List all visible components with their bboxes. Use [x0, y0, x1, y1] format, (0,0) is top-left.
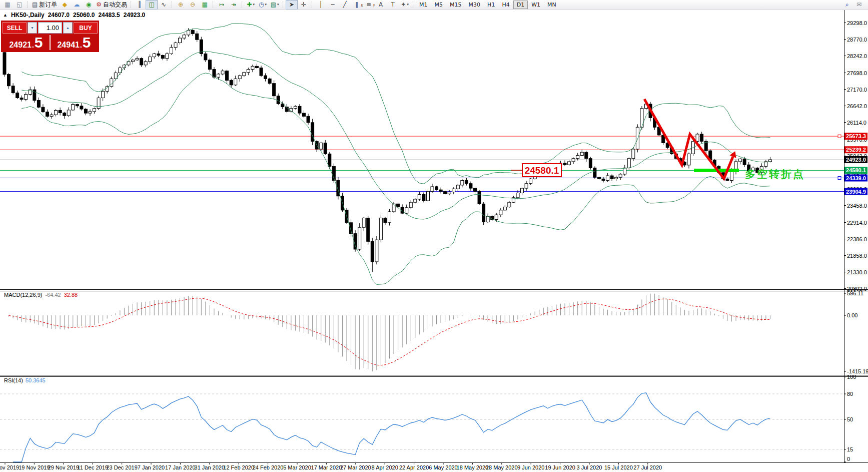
zoom-out-icon[interactable]: ⊖	[187, 0, 199, 10]
buy-button[interactable]: BUY	[74, 22, 98, 34]
svg-text:7 Jan 2020: 7 Jan 2020	[138, 464, 165, 470]
svg-text:21858.0: 21858.0	[847, 253, 867, 259]
dropdown-caret-icon: ▾	[407, 1, 409, 9]
vertical-line-icon[interactable]: │	[315, 0, 327, 10]
svg-text:23904.9: 23904.9	[846, 189, 866, 195]
timeframe-mn[interactable]: MN	[544, 1, 560, 9]
hline-handle[interactable]	[838, 135, 841, 138]
zoom-in-icon[interactable]: ⊕	[175, 0, 187, 10]
chart-shift-icon[interactable]: ↠	[228, 0, 240, 10]
sell-price[interactable]: 24921 . 5	[3, 36, 50, 50]
svg-text:24339.0: 24339.0	[846, 175, 866, 181]
one-click-trading-panel: SELL ▼ 1.00 ▲ BUY 24921 . 5 24941 . 5	[1, 21, 99, 52]
candlestick-chart-icon[interactable]: ◫	[146, 0, 158, 10]
arrows-icon[interactable]: ✦▾	[399, 0, 411, 10]
timeframe-m1[interactable]: M1	[416, 1, 431, 9]
svg-text:22914.0: 22914.0	[847, 220, 867, 226]
svg-text:26114.0: 26114.0	[847, 120, 866, 126]
periods-icon[interactable]: ◷▾	[257, 0, 269, 10]
pane-separators[interactable]	[0, 290, 868, 463]
hline-handle[interactable]	[838, 177, 841, 180]
text-icon[interactable]: A	[375, 0, 387, 10]
autotrading-icon-label: 自动交易	[103, 1, 127, 9]
svg-text:23458.0: 23458.0	[847, 203, 867, 209]
svg-text:17 Mar 2020: 17 Mar 2020	[311, 464, 342, 470]
sell-button[interactable]: SELL	[3, 22, 27, 34]
ohlc-high: 25060.0	[73, 12, 95, 19]
chat-icon[interactable]: ✉	[853, 0, 865, 10]
templates-icon[interactable]: ▧▾	[269, 0, 281, 10]
macd-histogram	[9, 294, 770, 371]
volume-increase-button[interactable]: ▲	[63, 22, 73, 34]
search-icon[interactable]: ⌕	[841, 0, 853, 10]
svg-text:9 Jun 2020: 9 Jun 2020	[517, 464, 544, 470]
signal-icon-glyph: ◉	[86, 1, 91, 9]
zoom-out-icon-glyph: ⊖	[190, 1, 195, 9]
timeframe-h4[interactable]: H4	[498, 1, 513, 9]
publisher-icon[interactable]: ☁	[71, 0, 83, 10]
data-window-icon[interactable]: ◱	[14, 0, 26, 10]
equidistant-channel-icon[interactable]: ∥E	[351, 0, 363, 10]
rsi-line	[13, 393, 770, 462]
toolbar-separator	[242, 2, 243, 8]
tile-windows-icon[interactable]: ▦	[199, 0, 211, 10]
trendline-icon[interactable]: ╱	[339, 0, 351, 10]
volume-input[interactable]: 1.00	[38, 22, 62, 34]
horizontal-lines[interactable]	[0, 136, 844, 192]
data-window-icon-glyph: ◱	[17, 1, 22, 9]
styler-icon[interactable]: ◆	[59, 0, 71, 10]
buy-price[interactable]: 24941 . 5	[51, 36, 98, 50]
cursor-icon[interactable]: ➤	[286, 0, 298, 10]
svg-text:12 Feb 2020: 12 Feb 2020	[223, 464, 254, 470]
svg-text:24923.0: 24923.0	[846, 157, 866, 163]
crosshair-icon[interactable]: ✛	[298, 0, 310, 10]
volume-decrease-button[interactable]: ▼	[28, 22, 37, 34]
fibonacci-icon[interactable]: ≡F	[363, 0, 375, 10]
svg-text:5 Mar 2020: 5 Mar 2020	[283, 464, 311, 470]
indicators-icon[interactable]: ✚▾	[245, 0, 257, 10]
svg-text:80: 80	[847, 391, 853, 397]
bar-chart-icon[interactable]: ║	[134, 0, 146, 10]
svg-text:25239.2: 25239.2	[846, 147, 866, 153]
timeframe-d1[interactable]: D1	[513, 1, 528, 9]
svg-text:25673.3: 25673.3	[846, 133, 866, 139]
sell-price-dot: .	[32, 41, 34, 49]
svg-text:27698.0: 27698.0	[847, 70, 867, 76]
trendline-icon-glyph: ╱	[343, 1, 346, 9]
symbol-period-title: HK50-,Daily	[11, 12, 45, 19]
fibonacci-icon-glyph: ≡	[366, 1, 371, 9]
annotations[interactable]: 24580.1多空转折点	[511, 99, 805, 180]
rsi-label: RSI(14)50.3645	[4, 377, 46, 383]
dropdown-caret-icon: ▾	[265, 1, 267, 9]
toolbar-separator	[28, 2, 29, 8]
panels-icon[interactable]: ▦	[2, 0, 14, 10]
dropdown-caret-icon: ▾	[277, 1, 279, 9]
date-axis[interactable]: 7 Nov 201919 Nov 201929 Nov 201911 Dec 2…	[0, 463, 662, 470]
new-order-icon[interactable]: ▤新订单	[31, 0, 59, 10]
line-chart-icon[interactable]: ∿	[158, 0, 170, 10]
svg-text:31 Jan 2020: 31 Jan 2020	[195, 464, 225, 470]
sell-price-frac: 5	[35, 36, 43, 50]
timeframe-m5[interactable]: M5	[431, 1, 447, 9]
svg-text:28 May 2020: 28 May 2020	[486, 464, 518, 470]
turning-point-label[interactable]: 多空转折点	[745, 168, 805, 180]
horizontal-line-icon[interactable]: ─	[327, 0, 339, 10]
bollinger-middle	[22, 52, 770, 219]
buy-price-frac: 5	[83, 36, 91, 50]
svg-text:50: 50	[847, 416, 853, 422]
text-label-icon[interactable]: T	[387, 0, 399, 10]
timeframe-w1[interactable]: W1	[528, 1, 544, 9]
bar-chart-icon-glyph: ║	[138, 1, 141, 9]
buy-price-int: 24941	[57, 41, 80, 50]
toolbar-separator	[283, 2, 284, 8]
auto-scroll-icon[interactable]: ↦	[216, 0, 228, 10]
timeframe-h1[interactable]: H1	[484, 1, 498, 9]
timeframe-m30[interactable]: M30	[465, 1, 484, 9]
panel-collapse-icon[interactable]: ▲	[3, 13, 8, 18]
timeframe-m15[interactable]: M15	[446, 1, 465, 9]
signal-icon[interactable]: ◉	[83, 0, 95, 10]
indicators-icon-glyph: ✚	[247, 1, 252, 9]
ohlc-low: 24483.5	[98, 12, 120, 19]
autotrading-icon[interactable]: ⚙自动交易	[95, 0, 129, 10]
price-axis-ticks: 29298.028770.028242.027698.027170.026642…	[844, 20, 867, 292]
